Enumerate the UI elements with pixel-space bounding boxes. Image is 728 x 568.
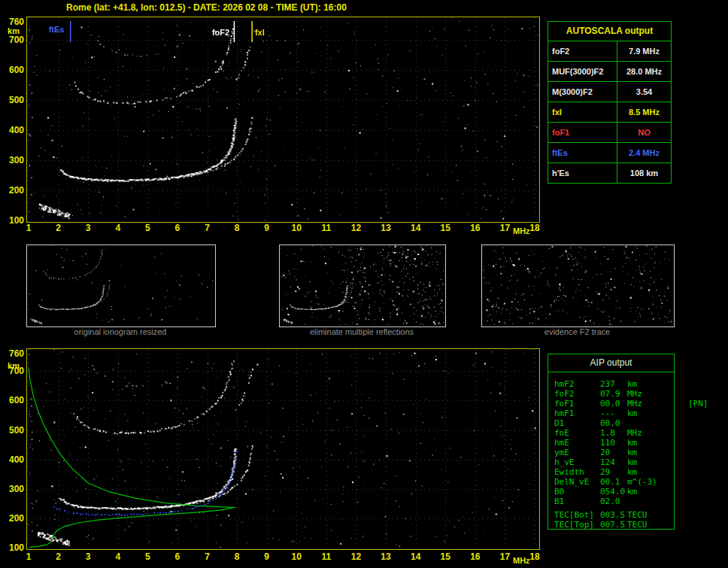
aip-box-title: AIP output [548, 354, 674, 372]
aip-row: h_vE124km [548, 457, 674, 467]
aip-row-name: hmE [554, 438, 569, 448]
bottom-x-tick-label: 4 [110, 551, 126, 562]
aip-row-name: foF2 [554, 389, 575, 399]
autoscala-row-value: 108 km [617, 163, 671, 183]
top-y-tick-label: 760 [5, 17, 24, 27]
aip-row: B0054.0km [548, 487, 674, 497]
aip-row-note: [PN] [688, 399, 708, 409]
autoscala-row: foF1NO [548, 122, 671, 142]
thumbnail-original-caption: original ionogram resized [26, 327, 214, 336]
autoscala-row-value: 8.5 MHz [617, 102, 671, 122]
bottom-x-tick-label: 1 [20, 551, 37, 562]
autoscala-table-rows: foF27.9 MHzMUF(3000)F228.0 MHzM(3000)F23… [548, 41, 671, 183]
top-x-tick-label: 18 [526, 223, 543, 233]
top-x-tick-label: 15 [437, 223, 453, 233]
aip-row: hmE110km [548, 438, 674, 448]
autoscala-row-label: foF1 [548, 123, 617, 142]
aip-row-value: 110 [600, 438, 615, 448]
aip-row: foF207.9MHz [548, 389, 674, 399]
aip-row-name: TEC[Top] [554, 520, 594, 530]
thumbnail-multiples-canvas [280, 245, 444, 325]
thumbnail-evidence-canvas [482, 245, 672, 325]
aip-row-unit: MHz [627, 399, 642, 409]
bottom-x-tick-label: 18 [526, 551, 543, 562]
aip-row-unit: MHz [627, 428, 642, 438]
aip-row-value: 00.1 [600, 477, 620, 487]
autoscala-row: h'Es108 km [548, 163, 671, 183]
aip-row-name: B1 [554, 497, 564, 506]
aip-row-value: 1.8 [600, 428, 615, 438]
top-x-tick-label: 7 [199, 223, 216, 233]
autoscala-row-label: ftEs [548, 143, 617, 163]
top-x-tick-label: 6 [169, 223, 186, 233]
top-y-tick-label: 200 [5, 185, 24, 196]
aip-box-rows: hmF2237kmfoF207.9MHzfoF100.0MHz[PN]hmF1-… [548, 379, 674, 530]
aip-row-unit: TECU [627, 510, 648, 520]
top-x-tick-label: 13 [378, 223, 394, 233]
aip-row-value: 124 [600, 457, 615, 467]
marker-label-ftEs: ftEs [41, 25, 64, 34]
aip-row-name: B0 [554, 487, 564, 497]
aip-row: foF100.0MHz[PN] [548, 399, 674, 409]
bottom-x-tick-label: 3 [80, 551, 96, 562]
aip-row-value: 054.0 [600, 487, 625, 497]
autoscala-row-value: 28.0 MHz [617, 62, 671, 81]
aip-row-name: ymE [554, 448, 569, 457]
bottom-x-tick-label: 9 [259, 551, 275, 562]
aip-row-name: h_vE [554, 457, 575, 467]
top-x-tick-label: 1 [20, 223, 37, 233]
aip-row-name: Ewidth [554, 467, 584, 477]
aip-row-unit: km [627, 487, 637, 497]
aip-row-unit: km [627, 448, 637, 457]
aip-row: B102.0 [548, 497, 674, 506]
aip-row-name: D1 [554, 418, 564, 428]
top-x-tick-label: 3 [80, 223, 96, 233]
top-y-tick-label: 700 [5, 35, 24, 45]
bottom-x-tick-label: 11 [318, 551, 335, 562]
top-x-tick-label: 9 [259, 223, 275, 233]
autoscala-row-value: 2.4 MHz [617, 143, 671, 163]
aip-row-unit: km [627, 457, 637, 467]
autoscala-row-value: 7.9 MHz [617, 41, 671, 61]
aip-row-value: 29 [600, 467, 610, 477]
top-x-tick-label: 10 [288, 223, 305, 233]
autoscala-row: MUF(3000)F228.0 MHz [548, 61, 671, 81]
aip-row-unit: km [627, 379, 637, 389]
aip-row-value: 00.0 [600, 418, 620, 428]
autoscala-row: M(3000)F23.54 [548, 81, 671, 102]
autoscala-row-value: NO [617, 123, 671, 142]
aip-row: ymE20km [548, 448, 674, 457]
bottom-y-tick-label: 600 [5, 395, 24, 405]
aip-row-value: 20 [600, 448, 610, 457]
aip-row: TEC[Top]007.5TECU [548, 520, 674, 530]
bottom-y-tick-label: 500 [5, 425, 24, 436]
aip-row-unit: km [627, 409, 637, 418]
thumbnail-evidence-caption: evidence F2 trace [481, 327, 673, 336]
top-x-tick-label: 12 [347, 223, 364, 233]
aip-row-name: hmF2 [554, 379, 575, 389]
aip-row-unit: m^(-3) [627, 477, 657, 487]
bottom-y-tick-label: 760 [5, 348, 24, 359]
bottom-x-tick-label: 6 [169, 551, 186, 562]
bottom-ionogram-canvas [27, 349, 538, 548]
top-x-tick-label: 4 [110, 223, 126, 233]
aip-row-value: 007.5 [600, 520, 625, 530]
bottom-x-tick-label: 10 [288, 551, 305, 562]
bottom-x-tick-label: 5 [139, 551, 156, 562]
aip-row-value: 00.0 [600, 399, 620, 409]
top-x-tick-label: 17 [496, 223, 513, 233]
autoscala-screen: Rome (lat: +41.8, lon: 012.5) - DATE: 20… [0, 0, 728, 568]
bottom-x-tick-label: 16 [467, 551, 484, 562]
thumbnail-multiples-caption: eliminate multiple reflections [279, 327, 444, 336]
bottom-x-tick-label: 12 [347, 551, 364, 562]
top-x-tick-label: 16 [467, 223, 484, 233]
aip-row: Ewidth29km [548, 467, 674, 477]
aip-row-value: 02.0 [600, 497, 620, 506]
top-x-tick-label: 2 [50, 223, 67, 233]
top-x-tick-label: 8 [229, 223, 245, 233]
aip-row-name: hmF1 [554, 409, 575, 418]
aip-row-value: 237 [600, 379, 615, 389]
autoscala-row: foF27.9 MHz [548, 41, 671, 61]
bottom-y-tick-label: 700 [5, 366, 24, 376]
aip-row-name: foE [554, 428, 569, 438]
